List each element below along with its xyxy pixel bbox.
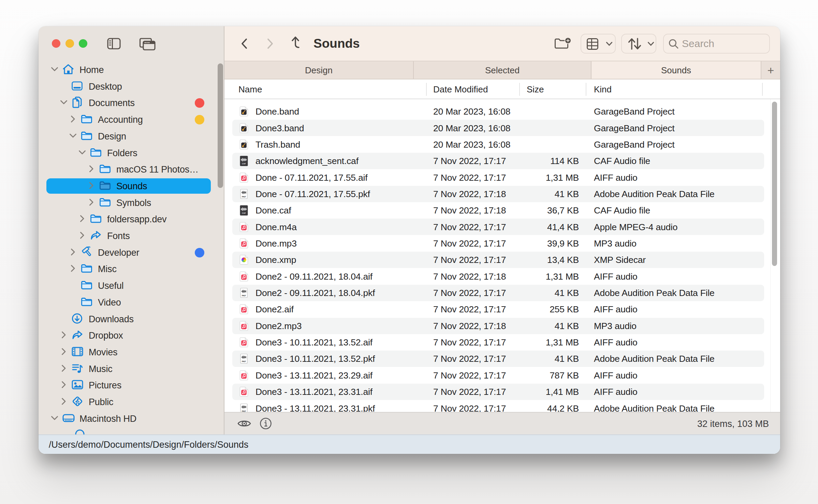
svg-text:PKF: PKF — [242, 295, 246, 297]
svg-text:PKF: PKF — [242, 360, 246, 362]
svg-text:CAF: CAF — [242, 163, 246, 165]
svg-text:PKF: PKF — [242, 195, 246, 197]
svg-text:CAF: CAF — [242, 212, 246, 214]
